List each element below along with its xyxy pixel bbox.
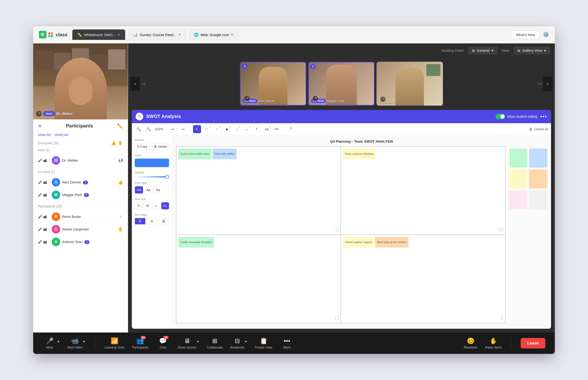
participant-item-stevie: 🎤 📹 S Stevie Carpenter ✋ <box>38 223 123 236</box>
whiteboard-canvas: Actions ⎘ Copy 🗑 Delete <box>132 135 551 329</box>
breakouts-group: ⊟ Breakouts ▲ <box>230 337 247 349</box>
more-button[interactable]: ••• More <box>280 337 294 349</box>
delete-button[interactable]: 🗑 Delete <box>151 143 170 150</box>
tool8-button[interactable]: Aa8 <box>263 125 271 133</box>
size-small-button[interactable]: S <box>135 202 142 209</box>
participants-badge: 23 <box>141 336 146 339</box>
copy-button[interactable]: ⎘ Copy <box>135 143 150 150</box>
select-tool-button[interactable]: ↖1 <box>193 125 201 133</box>
sticky-note-staffed[interactable]: Team fully staffed <box>212 149 236 159</box>
share-screen-button[interactable]: 🖥 Share Screen <box>178 337 197 349</box>
sticky-note-adoption[interactable]: Show customer Adoption <box>343 149 376 159</box>
chat-button[interactable]: 💬 17 Chat <box>156 337 170 349</box>
verify-all-button[interactable]: Verify All <box>54 133 68 137</box>
video-tile-maggie[interactable]: 2 🎤 Co-Host Maggie Park <box>308 62 375 106</box>
tab-web[interactable]: 🌐 Web: Google.com ✕ <box>189 29 239 40</box>
main-content: 🎤 Host Dr. Weber ✕ Participants ✏️ Mute … <box>33 43 555 333</box>
video-chevron[interactable]: ▲ <box>83 340 85 343</box>
web-tab-close[interactable]: ✕ <box>231 33 234 37</box>
mute-chevron[interactable]: ▲ <box>57 340 60 343</box>
circle-tool-button[interactable]: ○3 <box>213 125 221 133</box>
whats-new-button[interactable]: What's New <box>511 31 540 39</box>
align-right-button[interactable]: ☰ <box>158 218 169 225</box>
video-tile-tim[interactable]: 🎤 Tim Laurent <box>377 62 443 106</box>
mic-icon: 🎤 <box>38 180 42 184</box>
zoom-out-button[interactable]: 🔍 <box>135 125 143 133</box>
close-participants-button[interactable]: ✕ <box>38 123 42 129</box>
breakouts-button[interactable]: ⊟ Breakouts <box>230 337 244 349</box>
participants-section-label: Participants (23) <box>38 204 62 208</box>
gallery-prev-button[interactable]: ‹ <box>130 77 140 91</box>
breakouts-chevron[interactable]: ▲ <box>244 340 247 343</box>
gallery-next-button[interactable]: › <box>543 77 553 91</box>
font-sans-button[interactable]: Aa <box>135 186 143 194</box>
host-section-header: Host (1) <box>38 148 123 152</box>
participants-toolbar-button[interactable]: 👥 23 Participants <box>132 337 148 349</box>
reactions-button[interactable]: 😊 Reactions <box>464 337 478 349</box>
font-mono-button[interactable]: Aa <box>154 186 162 194</box>
raise-hand-button[interactable]: ✋ Raise Hand <box>485 337 502 349</box>
opacity-slider[interactable] <box>135 176 169 178</box>
share-screen-icon: 🖥 <box>184 337 190 345</box>
help-button[interactable]: ? <box>287 125 295 133</box>
shape4-tool-button[interactable]: ◆4 <box>223 125 231 133</box>
whiteboard-tab-close[interactable]: ✕ <box>117 33 120 37</box>
font-style-section: Font style Aa Aa Aa <box>135 181 169 194</box>
video-group: 📹 Start Video ▲ <box>67 337 85 349</box>
antonio-name: Antonio Soto 2 <box>62 240 123 244</box>
speaking-icon: 📢 <box>118 158 123 163</box>
zoom-in-button[interactable]: 🔍 <box>145 125 153 133</box>
delete-all-button[interactable]: 🗑 Delete all <box>529 127 548 131</box>
text-tool-button[interactable]: T7 <box>253 125 261 133</box>
sticky-note-templates[interactable]: Create reuseable templates <box>178 237 214 247</box>
undo-button[interactable]: ↩ <box>169 125 177 133</box>
rene-name: Rene Burke <box>62 215 118 219</box>
seating-chart-select[interactable]: ⊞ General ▾ <box>468 47 497 54</box>
web-tab-label: Web: Google.com <box>201 33 229 37</box>
toolbar-left-group: 🎤 Mute ▲ 📹 Start Video ▲ 📶 Learning Tool… <box>43 337 294 349</box>
sticky-note-partner[interactable]: Uneven partner support <box>343 237 374 247</box>
color-swatch[interactable] <box>135 159 169 167</box>
host-mic-icon: 🎤 <box>36 111 42 116</box>
video-tile-alex[interactable]: 3 🎤 Co-Host Alex Dennis <box>240 62 306 106</box>
host-name-label: Dr. Weber <box>56 112 73 115</box>
size-large-button[interactable]: L <box>153 202 160 209</box>
gallery-view-value: Gallery View <box>522 48 542 53</box>
size-medium-button[interactable]: M <box>143 202 151 209</box>
more-icon: ••• <box>284 337 290 345</box>
sticky-note-vendors[interactable]: Slow ramp up for vendors <box>375 237 409 247</box>
mic-icon: 🎤 <box>38 193 42 197</box>
mute-button[interactable]: 🎤 Mute <box>43 337 57 349</box>
align-left-button[interactable]: ☰ <box>135 218 146 225</box>
whiteboard-more-button[interactable]: ••• <box>540 114 547 120</box>
gallery-view-select[interactable]: ⊞ Gallery View ▾ <box>514 47 550 54</box>
share-screen-chevron[interactable]: ▲ <box>197 340 199 343</box>
mute-all-button[interactable]: Mute All <box>38 133 51 137</box>
tab-whiteboard[interactable]: ✏️ Whiteboard: SWO... ✕ <box>72 29 125 40</box>
rect-tool-button[interactable]: □2 <box>203 125 211 133</box>
sticky-note-good-comms[interactable]: Good comms within team <box>178 149 211 159</box>
leave-button[interactable]: Leave <box>521 338 545 348</box>
start-video-button[interactable]: 📹 Start Video <box>67 337 83 349</box>
collaborate-icon: ⊞ <box>212 337 217 345</box>
edit-participants-button[interactable]: ✏️ <box>117 123 123 129</box>
more-tools-button[interactable]: ••• <box>273 125 281 133</box>
arrow-tool-button[interactable]: →5 <box>233 125 241 133</box>
toolbar-divider-3 <box>284 126 284 133</box>
mic-muted-icon: 🎤 <box>38 215 42 219</box>
size-xl-button[interactable]: XL <box>161 202 169 209</box>
font-serif-button[interactable]: Aa <box>144 186 153 194</box>
line-tool-button[interactable]: —6 <box>243 125 251 133</box>
participant-item-rene: 🎤 📹 R Rene Burke ✓ <box>38 210 123 223</box>
allow-editing-toggle[interactable] <box>496 114 505 119</box>
tab-survey[interactable]: 📊 Survey: Course Feed... ✕ <box>128 29 186 40</box>
text-size-section: Text size S M L XL <box>135 197 169 209</box>
align-center-button[interactable]: ≡ <box>147 218 157 225</box>
learning-tools-button[interactable]: 📶 Learning Tools <box>104 337 124 349</box>
survey-tab-close[interactable]: ✕ <box>178 33 181 37</box>
proctor-view-button[interactable]: 📋 Proctor View <box>255 337 272 349</box>
collaborate-button[interactable]: ⊞ Collaborate <box>207 337 223 349</box>
host-participant-name: Dr. Weber <box>62 158 116 162</box>
settings-icon[interactable]: ⚙️ <box>543 32 549 38</box>
redo-button[interactable]: ↪ <box>179 125 187 133</box>
